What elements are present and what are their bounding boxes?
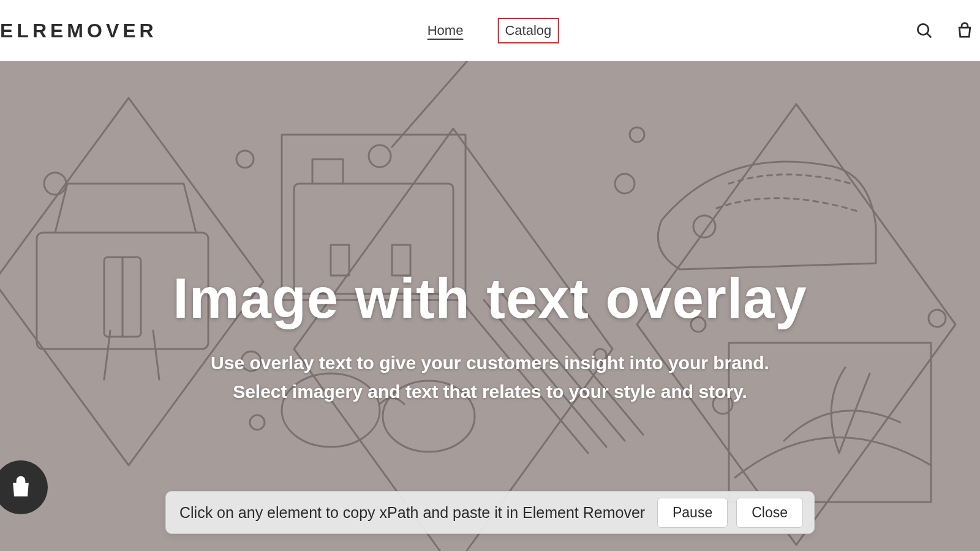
cart-icon[interactable] (956, 21, 974, 40)
svg-point-0 (918, 24, 929, 35)
nav-home[interactable]: Home (421, 19, 470, 42)
primary-nav: Home Catalog (421, 18, 559, 43)
hero-overlay: Image with text overlay Use overlay text… (0, 61, 980, 551)
search-icon[interactable] (915, 21, 933, 40)
toolbar-message: Click on any element to copy xPath and p… (179, 504, 645, 522)
toolbar-buttons: Pause Close (657, 498, 803, 528)
bag-icon (7, 474, 34, 501)
hero-title: Image with text overlay (173, 266, 807, 331)
close-button[interactable]: Close (736, 498, 803, 528)
pause-button[interactable]: Pause (657, 498, 728, 528)
nav-catalog[interactable]: Catalog (497, 18, 559, 43)
hero-subtitle: Use overlay text to give your customers … (184, 349, 796, 406)
site-logo: ELREMOVER (0, 19, 157, 42)
site-header: ELREMOVER Home Catalog (0, 0, 980, 61)
header-actions (915, 21, 974, 40)
element-remover-toolbar: Click on any element to copy xPath and p… (165, 491, 815, 534)
hero-banner: Image with text overlay Use overlay text… (0, 61, 980, 551)
svg-line-1 (927, 33, 931, 37)
